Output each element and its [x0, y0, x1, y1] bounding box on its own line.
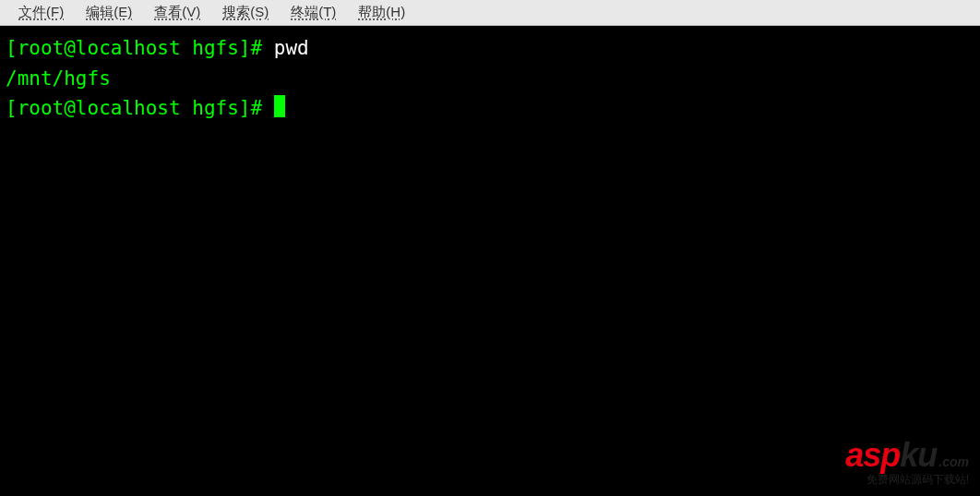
watermark-subtitle: 免费网站源码下载站!	[845, 474, 969, 485]
prompt: [root@localhost hgfs]#	[6, 97, 274, 119]
cursor	[274, 95, 285, 117]
menu-edit[interactable]: 编辑(E)	[75, 2, 143, 23]
watermark: aspku.com 免费网站源码下载站!	[845, 439, 969, 485]
terminal-area[interactable]: [root@localhost hgfs]# pwd /mnt/hgfs [ro…	[0, 26, 980, 496]
command-text: pwd	[274, 37, 309, 59]
watermark-asp: asp	[845, 436, 900, 474]
menu-terminal[interactable]: 终端(T)	[280, 2, 347, 23]
menu-file[interactable]: 文件(F)	[7, 2, 75, 23]
menubar: 文件(F) 编辑(E) 查看(V) 搜索(S) 终端(T) 帮助(H)	[0, 0, 980, 26]
watermark-com: .com	[938, 454, 969, 469]
menu-help[interactable]: 帮助(H)	[347, 2, 416, 23]
output-line: /mnt/hgfs	[6, 67, 111, 90]
menu-view[interactable]: 查看(V)	[143, 2, 211, 23]
watermark-ku: ku	[900, 436, 937, 474]
menu-search[interactable]: 搜索(S)	[211, 2, 280, 23]
prompt: [root@localhost hgfs]#	[6, 37, 274, 59]
